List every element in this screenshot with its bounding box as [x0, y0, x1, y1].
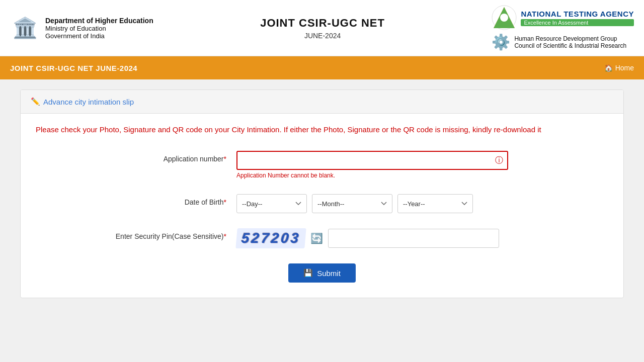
home-icon: 🏠 [604, 64, 613, 72]
submit-label: Submit [317, 269, 341, 278]
submit-icon: 💾 [303, 268, 313, 278]
main-content: ✏️ Advance city intimation slip Please c… [0, 79, 644, 308]
govt-name: Government of India [45, 32, 153, 40]
header-left: 🏛️ Department of Higher Education Minist… [10, 11, 153, 46]
hrd-text: Human Resource Development Group Council… [514, 35, 626, 49]
page-header: 🏛️ Department of Higher Education Minist… [0, 0, 644, 56]
hrd-line1: Human Resource Development Group [514, 35, 626, 42]
dob-label: Date of Birth* [96, 194, 236, 206]
dept-name: Department of Higher Education [45, 17, 153, 25]
emblem-icon: 🏛️ [10, 11, 40, 46]
main-card: ✏️ Advance city intimation slip Please c… [20, 89, 624, 298]
nta-name: NATIONAL TESTING AGENCY [521, 10, 634, 18]
required-marker: * [224, 155, 226, 163]
security-pin-input[interactable] [328, 229, 499, 248]
captcha-display: 527203 [235, 228, 306, 248]
refresh-captcha-icon[interactable]: 🔄 [310, 232, 323, 244]
app-number-control-wrap: ⓘ Application Number cannot be blank. [236, 151, 548, 179]
hrd-block: ⚙️ Human Resource Development Group Coun… [492, 33, 626, 51]
header-right: NATIONAL TESTING AGENCY Excellence In As… [492, 5, 634, 51]
submit-row: 💾 Submit [96, 263, 548, 283]
svg-point-1 [500, 14, 508, 22]
section-title: Advance city intimation slip [43, 98, 134, 106]
navbar: JOINT CSIR-UGC NET JUNE-2024 🏠 Home [0, 56, 644, 79]
security-pin-row: Enter Security Pin(Case Sensitive)* 5272… [96, 228, 548, 248]
month-select[interactable]: --Month-- [312, 194, 392, 213]
exam-title: JOINT CSIR-UGC NET [153, 17, 492, 30]
hrd-logo-icon: ⚙️ [492, 33, 510, 51]
hrd-line2: Council of Scientific & Industrial Resea… [514, 42, 626, 49]
app-number-row: Application number* ⓘ Application Number… [96, 151, 548, 179]
app-number-label: Application number* [96, 151, 236, 163]
day-select[interactable]: --Day-- [236, 194, 307, 213]
security-pin-control-wrap: 527203 🔄 [236, 228, 548, 248]
nta-logo-icon [492, 5, 517, 30]
header-center: JOINT CSIR-UGC NET JUNE-2024 [153, 17, 492, 40]
dob-row: Date of Birth* --Day-- --Month-- --Year-… [96, 194, 548, 213]
card-body: Please check your Photo, Signature and Q… [21, 114, 623, 298]
section-title-link[interactable]: ✏️ Advance city intimation slip [31, 97, 613, 106]
card-header: ✏️ Advance city intimation slip [21, 90, 623, 114]
nta-tagline: Excellence In Assessment [521, 19, 634, 26]
security-required-marker: * [224, 232, 226, 240]
security-row-inner: 527203 🔄 [236, 228, 548, 248]
app-number-input-wrapper: ⓘ [236, 151, 508, 170]
year-select[interactable]: --Year-- [397, 194, 473, 213]
dob-control-wrap: --Day-- --Month-- --Year-- [236, 194, 548, 213]
nta-text: NATIONAL TESTING AGENCY Excellence In As… [521, 10, 634, 26]
home-link[interactable]: 🏠 Home [604, 64, 634, 72]
dob-required-marker: * [224, 198, 226, 206]
ministry-name: Ministry of Education [45, 25, 153, 32]
app-number-error-msg: Application Number cannot be blank. [236, 172, 548, 179]
navbar-title: JOINT CSIR-UGC NET JUNE-2024 [10, 64, 137, 72]
home-label: Home [615, 64, 634, 72]
nta-block: NATIONAL TESTING AGENCY Excellence In As… [492, 5, 634, 30]
app-number-input[interactable] [236, 151, 508, 170]
exam-session: JUNE-2024 [153, 32, 492, 40]
dept-info: Department of Higher Education Ministry … [45, 17, 153, 40]
security-pin-label: Enter Security Pin(Case Sensitive)* [96, 228, 236, 240]
submit-button[interactable]: 💾 Submit [288, 263, 356, 283]
date-row: --Day-- --Month-- --Year-- [236, 194, 548, 213]
form-section: Application number* ⓘ Application Number… [96, 151, 548, 283]
app-number-error-icon: ⓘ [495, 155, 503, 166]
edit-icon: ✏️ [31, 97, 40, 106]
warning-message: Please check your Photo, Signature and Q… [36, 124, 608, 136]
